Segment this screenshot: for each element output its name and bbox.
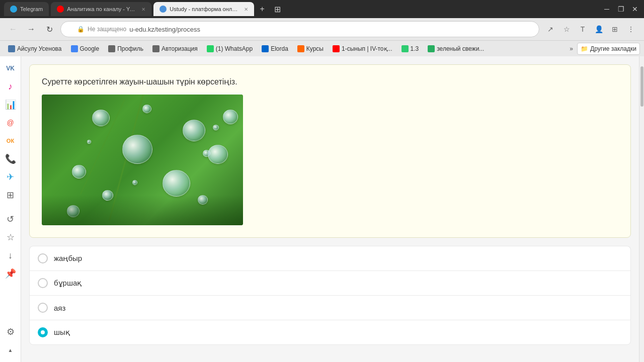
- profile-bookmark-label: Профиль: [117, 45, 143, 52]
- grade1-bookmark-icon: [333, 45, 340, 52]
- water-drop-med-1: [92, 110, 110, 126]
- youtube-tab-icon: [57, 6, 64, 13]
- translate-button[interactable]: T: [576, 22, 590, 36]
- bookmark-elorda[interactable]: Elorda: [258, 43, 292, 55]
- option-hail[interactable]: бұршақ: [29, 270, 631, 295]
- forward-button[interactable]: →: [24, 22, 38, 36]
- water-drop-large-4: [208, 145, 228, 164]
- bookmark-courses[interactable]: Курсы: [293, 43, 328, 55]
- other-bookmarks-label: Другие закладки: [590, 45, 636, 52]
- option-dew[interactable]: шық: [29, 320, 631, 345]
- ustudy-tab-label: Ustudy - платформа онлайн...: [170, 6, 239, 12]
- sidebar-analytics-icon[interactable]: 📊: [3, 97, 19, 113]
- sidebar-apps-icon[interactable]: ⊞: [3, 187, 19, 203]
- sidebar-pin-icon[interactable]: 📌: [3, 265, 19, 282]
- option-frost-radio[interactable]: [38, 303, 48, 313]
- tab-ustudy[interactable]: Ustudy - платформа онлайн... ✕: [153, 2, 254, 16]
- browser-content: VK ♪ 📊 @ ОК 📞 ✈ ⊞ ↺ ☆ ↓ 📌 ⚙ ▲ Суретте кө…: [0, 56, 644, 362]
- reload-button[interactable]: ↻: [42, 22, 56, 36]
- question-image: [42, 95, 243, 225]
- address-action-buttons: ↗ ☆ T 👤 ⊞ ⋮: [543, 22, 638, 36]
- telegram-tab-icon: [10, 6, 17, 13]
- security-label: Не защищено: [88, 26, 126, 33]
- green-bookmark-icon: [428, 45, 435, 52]
- sidebar-phone-icon[interactable]: 📞: [3, 151, 19, 167]
- bookmark-green[interactable]: зеленый свежи...: [424, 43, 488, 55]
- water-drop-large-3: [163, 170, 190, 197]
- option-rain-radio[interactable]: [38, 253, 48, 263]
- option-dew-radio[interactable]: [38, 327, 48, 337]
- sidebar-vk-icon[interactable]: VK: [3, 60, 19, 76]
- water-drop-large-2: [183, 120, 205, 141]
- back-button[interactable]: ←: [6, 22, 20, 36]
- option-hail-label: бұршақ: [54, 279, 82, 288]
- sidebar-download-icon[interactable]: ↓: [3, 247, 19, 263]
- auth-bookmark-icon: [152, 45, 159, 52]
- bookmark-auth[interactable]: Авторизация: [148, 43, 202, 55]
- water-drop-small-1: [142, 105, 151, 113]
- sidebar-music-icon[interactable]: ♪: [3, 78, 19, 95]
- whatsapp-bookmark-icon: [207, 45, 214, 52]
- other-bookmarks-button[interactable]: 📁 Другие закладки: [577, 43, 640, 55]
- option-hail-radio[interactable]: [38, 278, 48, 288]
- close-button[interactable]: ✕: [630, 5, 640, 13]
- auth-bookmark-label: Авторизация: [162, 45, 198, 52]
- bookmark-vk[interactable]: Айсулу Усенова: [4, 43, 66, 55]
- option-rain[interactable]: жаңбыр: [29, 246, 631, 270]
- scrollbar-thumb[interactable]: [640, 66, 643, 107]
- courses-bookmark-icon: [297, 45, 304, 52]
- elorda-bookmark-label: Elorda: [271, 45, 288, 52]
- google-bookmark-icon: [71, 45, 78, 52]
- profile-bookmark-icon: [108, 45, 115, 52]
- question-text: Суретте көрсетілген жауын-шашын түрін кө…: [42, 77, 618, 86]
- sidebar-star-icon[interactable]: ☆: [3, 229, 19, 245]
- minimize-button[interactable]: ─: [602, 5, 612, 13]
- new-tab-button[interactable]: +: [256, 3, 268, 15]
- option-frost[interactable]: аяз: [29, 295, 631, 320]
- question-card: Суретте көрсетілген жауын-шашын түрін кө…: [29, 64, 631, 238]
- telegram-tab-label: Telegram: [20, 6, 43, 12]
- bookmark-whatsapp[interactable]: (1) WhatsApp: [203, 43, 257, 55]
- bookmark-google[interactable]: Google: [67, 43, 104, 55]
- ustudy-tab-close[interactable]: ✕: [244, 7, 248, 12]
- url-display: u-edu.kz/testing/process: [129, 26, 200, 33]
- bookmark-profile[interactable]: Профиль: [104, 43, 147, 55]
- extensions-button[interactable]: ⊞: [270, 2, 284, 16]
- option-frost-label: аяз: [54, 304, 65, 312]
- water-drop-tiny-2: [87, 140, 91, 144]
- bookmark-grade1[interactable]: 1-сынып | IV-тоқ...: [329, 43, 396, 55]
- ustudy-tab-icon: [159, 6, 167, 13]
- sidebar-telegram-icon[interactable]: ✈: [3, 169, 19, 185]
- sidebar-settings-icon[interactable]: ⚙: [3, 324, 19, 340]
- left-sidebar: VK ♪ 📊 @ ОК 📞 ✈ ⊞ ↺ ☆ ↓ 📌 ⚙ ▲: [0, 56, 21, 362]
- bookmark-num13[interactable]: 1.3: [397, 43, 423, 55]
- tab-youtube[interactable]: Аналитика по каналу - YouT... ✕: [51, 2, 151, 16]
- address-bar: ← → ↻ 🔒 Не защищено u-edu.kz/testing/pro…: [0, 18, 644, 40]
- sidebar-ok-icon[interactable]: ОК: [3, 133, 19, 149]
- option-dew-label: шық: [54, 328, 70, 337]
- sidebar-mail-icon[interactable]: @: [3, 115, 19, 131]
- water-drop-small-3: [213, 125, 219, 130]
- water-drop-med-5: [223, 110, 238, 124]
- extensions-menu-button[interactable]: ⊞: [608, 22, 622, 36]
- option-rain-label: жаңбыр: [54, 254, 82, 263]
- num13-bookmark-label: 1.3: [411, 45, 419, 52]
- more-bookmarks-button[interactable]: »: [567, 45, 576, 52]
- restore-button[interactable]: ❐: [616, 5, 626, 13]
- youtube-tab-close[interactable]: ✕: [141, 7, 145, 12]
- sidebar-chevron-icon[interactable]: ▲: [3, 342, 19, 358]
- tab-telegram[interactable]: Telegram: [4, 2, 49, 16]
- vk-bookmark-label: Айсулу Усенова: [17, 45, 62, 52]
- sidebar-history-icon[interactable]: ↺: [3, 211, 19, 227]
- youtube-tab-label: Аналитика по каналу - YouT...: [67, 6, 136, 12]
- num13-bookmark-icon: [401, 45, 409, 52]
- profile-button[interactable]: 👤: [592, 22, 606, 36]
- bookmark-button[interactable]: ☆: [559, 22, 574, 36]
- menu-button[interactable]: ⋮: [624, 22, 638, 36]
- right-scrollbar[interactable]: [639, 56, 644, 362]
- vk-bookmark-icon: [8, 45, 15, 52]
- security-lock-icon: 🔒: [77, 26, 85, 33]
- title-bar: Telegram Аналитика по каналу - YouT... ✕…: [0, 0, 644, 18]
- share-button[interactable]: ↗: [543, 22, 557, 36]
- address-input[interactable]: 🔒 Не защищено u-edu.kz/testing/process: [60, 21, 539, 37]
